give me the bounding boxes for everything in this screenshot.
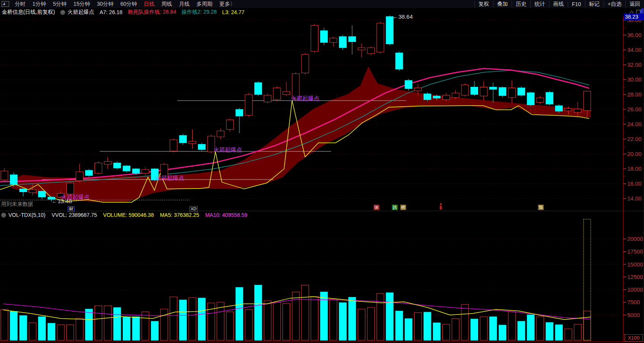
chevron-down-circle-icon[interactable]: ﹀ xyxy=(1,213,6,218)
candle-11 xyxy=(104,162,111,165)
volume-bar-11 xyxy=(104,306,111,340)
candle-14 xyxy=(132,169,140,173)
volume-bar-17 xyxy=(161,309,168,340)
volume-bars xyxy=(1,219,591,340)
candle-0 xyxy=(1,171,8,180)
volume-bar-12 xyxy=(114,308,121,340)
price-axis-label: 34.00 xyxy=(627,46,642,53)
volume-axis-label: 15000 xyxy=(627,261,643,268)
candle-15 xyxy=(142,170,149,173)
candle-46 xyxy=(433,96,440,98)
price-axis-label: 32.00 xyxy=(627,61,642,68)
volume-bar-54 xyxy=(508,312,516,340)
volume-unit-label: X100 xyxy=(625,334,643,341)
candle-54 xyxy=(508,88,516,97)
trading-terminal: 分时1分钟5分钟15分钟30分钟60分钟日线周线月线多周期更多〉 复权叠加历史统… xyxy=(0,0,644,343)
candle-27 xyxy=(255,83,262,95)
event-marker-$[interactable]: ▲$ xyxy=(438,202,443,208)
event-marker-跌[interactable]: 跌 xyxy=(392,205,398,210)
candle-4 xyxy=(39,191,46,197)
volume-bar-15 xyxy=(142,312,149,340)
vvol-value: VVOL: 2389687.75 xyxy=(51,212,97,218)
volume-bar-35 xyxy=(330,299,337,340)
candle-43 xyxy=(405,80,412,88)
volume-bar-27 xyxy=(255,285,262,340)
price-axis-label: 20.00 xyxy=(627,151,642,157)
candle-16 xyxy=(151,169,158,180)
candle-37 xyxy=(348,37,356,42)
volume-bar-13 xyxy=(123,317,130,340)
candle-22 xyxy=(207,136,215,152)
candle-18 xyxy=(170,140,177,151)
candle-44 xyxy=(414,88,422,91)
volume-bar-3 xyxy=(29,323,36,340)
candle-8 xyxy=(76,172,83,181)
volume-bar-28 xyxy=(264,301,271,340)
price-axis-label: 16.00 xyxy=(627,180,642,187)
volume-bar-55 xyxy=(518,321,525,340)
volume-axis-label: 12500 xyxy=(627,274,643,280)
volume-bar-32 xyxy=(302,285,309,340)
volume-axis-label: 7500 xyxy=(627,299,640,305)
candle-45 xyxy=(424,94,431,100)
volume-bar-56 xyxy=(527,315,534,340)
candle-47 xyxy=(443,95,450,100)
volume-bar-9 xyxy=(85,309,93,340)
candle-58 xyxy=(546,92,553,104)
candle-40 xyxy=(377,23,384,52)
event-marker-张[interactable]: 张 xyxy=(374,205,379,210)
volume-bar-44 xyxy=(414,313,422,340)
volume-bar-7 xyxy=(67,325,74,340)
volume-bar-53 xyxy=(499,325,506,340)
volume-bar-57 xyxy=(536,317,544,340)
candle-35 xyxy=(330,38,337,43)
candle-1 xyxy=(10,175,18,184)
volume-bar-46 xyxy=(433,323,440,340)
volume-bar-60 xyxy=(565,329,572,340)
price-axis-label: 24.00 xyxy=(627,121,642,127)
volume-bar-58 xyxy=(546,322,553,340)
volume-header: ﹀ VOL-TDX(5,10) VVOL: 2389687.75 VOLUME:… xyxy=(0,212,622,218)
candlestick-chart[interactable]: 38.0036.0034.0032.0030.0028.0026.0024.00… xyxy=(0,0,644,343)
candle-55 xyxy=(518,88,525,95)
volume-bar-4 xyxy=(39,317,46,340)
volume-bar-1 xyxy=(10,311,18,340)
candle-19 xyxy=(179,135,186,143)
event-marker-榜[interactable]: 榜 xyxy=(400,205,406,210)
volume-axis-label: 20000 xyxy=(627,236,643,242)
candle-50 xyxy=(471,87,478,95)
volume-bar-24 xyxy=(226,312,234,340)
volume-bar-51 xyxy=(480,317,487,340)
volume-bar-14 xyxy=(132,317,140,340)
price-axis-label: 30.00 xyxy=(627,76,642,83)
volume-bar-34 xyxy=(320,292,328,340)
candle-25 xyxy=(236,109,243,116)
event-marker-预[interactable]: 预 xyxy=(538,205,544,210)
candle-2 xyxy=(19,189,27,192)
volume-axis-label: 17500 xyxy=(627,248,643,255)
event-marker-财[interactable]: 财 xyxy=(68,206,74,212)
candle-17 xyxy=(161,164,168,178)
candle-60 xyxy=(565,109,572,111)
event-marker-XD[interactable]: XD xyxy=(190,206,198,212)
volume-bar-18 xyxy=(170,297,177,340)
volume-bar-8 xyxy=(76,318,83,340)
volume-axis-label: 10000 xyxy=(627,286,643,293)
candle-62 xyxy=(583,91,591,111)
candle-52 xyxy=(490,87,497,90)
candle-10 xyxy=(95,163,102,173)
volume-bar-47 xyxy=(443,324,450,340)
volume-bar-42 xyxy=(395,311,403,340)
candle-42 xyxy=(395,53,403,69)
candle-49 xyxy=(461,85,469,95)
candle-32 xyxy=(302,54,309,73)
candle-9 xyxy=(85,170,93,176)
volume-bar-29 xyxy=(273,302,281,340)
price-axis-label: 28.00 xyxy=(627,91,642,98)
volume-indicator-name: VOL-TDX(5,10) xyxy=(8,212,45,218)
volume-bar-6 xyxy=(57,325,64,340)
candle-56 xyxy=(527,93,534,105)
candle-21 xyxy=(198,144,206,150)
volume-bar-0 xyxy=(1,309,8,340)
volume-bar-36 xyxy=(339,303,346,340)
